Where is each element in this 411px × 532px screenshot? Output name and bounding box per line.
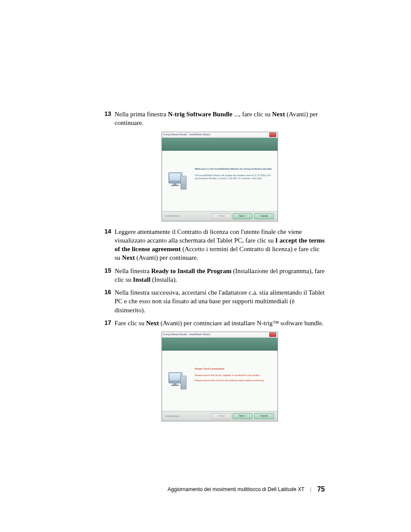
next-button[interactable]: Next >	[233, 213, 252, 219]
installshield-brand: InstallShield	[165, 214, 179, 218]
wizard-heading: Power Cord Connection	[195, 367, 273, 370]
wizard-titlebar: N-trig Software Bundle - InstallShield W…	[162, 332, 277, 338]
wizard-image-panel	[162, 151, 192, 211]
wizard-image-panel	[162, 351, 192, 411]
back-button[interactable]: < Back	[211, 413, 231, 419]
step-text: Leggere attentamente il Contratto di lic…	[115, 228, 325, 261]
page-number: 75	[317, 485, 325, 493]
wizard-footer: InstallShield < Back Next > Cancel	[162, 411, 277, 421]
wizard-description: The InstallShield Wizard will update the…	[195, 174, 273, 180]
step-number: 17	[98, 319, 111, 327]
wizard-body: Power Cord Connection Please ensure that…	[162, 351, 277, 411]
step-number: 13	[98, 110, 111, 118]
wizard-ribbon	[162, 338, 277, 351]
step-number: 16	[98, 288, 111, 296]
step-text: Nella finestra Ready to Install the Prog…	[115, 268, 325, 283]
close-icon[interactable]	[269, 133, 276, 137]
footer-text: Aggiornamento dei movimenti multitocco d…	[168, 486, 304, 492]
close-icon[interactable]	[269, 333, 276, 337]
step-number: 15	[98, 267, 111, 275]
wizard-body: Welcome to the InstallShield Wizard for …	[162, 151, 277, 211]
wizard-screenshot-power: N-trig Software Bundle - InstallShield W…	[162, 332, 278, 421]
step-14: 14 Leggere attentamente il Contratto di …	[98, 227, 325, 262]
wizard-screenshot-welcome: N-trig Software Bundle - InstallShield W…	[162, 132, 278, 221]
computer-icon	[167, 171, 187, 191]
footer-separator: |	[310, 486, 311, 492]
wizard-line-2: Please remove the unit from the docking …	[195, 379, 273, 383]
wizard-title: N-trig Software Bundle - InstallShield W…	[163, 333, 210, 336]
step-text: Nella prima finestra N-trig Software Bun…	[115, 111, 318, 126]
wizard-text-panel: Power Cord Connection Please ensure that…	[192, 351, 277, 411]
cancel-button[interactable]: Cancel	[254, 413, 274, 419]
step-text: Nella finestra successiva, accertarsi ch…	[115, 289, 324, 314]
wizard-heading: Welcome to the InstallShield Wizard for …	[195, 167, 273, 171]
wizard-title: N-trig Software Bundle - InstallShield W…	[163, 133, 210, 136]
page-footer: Aggiornamento dei movimenti multitocco d…	[0, 485, 411, 493]
wizard-ribbon	[162, 138, 277, 151]
back-button[interactable]: < Back	[211, 213, 231, 219]
step-15: 15 Nella finestra Ready to Install the P…	[98, 267, 325, 284]
wizard-footer: InstallShield < Back Next > Cancel	[162, 211, 277, 221]
wizard-titlebar: N-trig Software Bundle - InstallShield W…	[162, 132, 277, 138]
computer-icon	[167, 370, 187, 391]
document-page: 13 Nella prima finestra N-trig Software …	[0, 0, 411, 532]
step-text: Fare clic su Next (Avanti) per cominciar…	[115, 320, 324, 327]
wizard-text-panel: Welcome to the InstallShield Wizard for …	[192, 151, 277, 211]
step-17: 17 Fare clic su Next (Avanti) per cominc…	[98, 319, 325, 421]
next-button[interactable]: Next >	[233, 413, 252, 419]
step-13: 13 Nella prima finestra N-trig Software …	[98, 110, 325, 221]
wizard-line-1: Please ensure that the AC adapter is con…	[195, 374, 273, 377]
steps-list: 13 Nella prima finestra N-trig Software …	[98, 110, 325, 421]
cancel-button[interactable]: Cancel	[254, 213, 274, 219]
installshield-brand: InstallShield	[165, 414, 179, 418]
step-number: 14	[98, 227, 111, 236]
step-16: 16 Nella finestra successiva, accertarsi…	[98, 288, 325, 314]
